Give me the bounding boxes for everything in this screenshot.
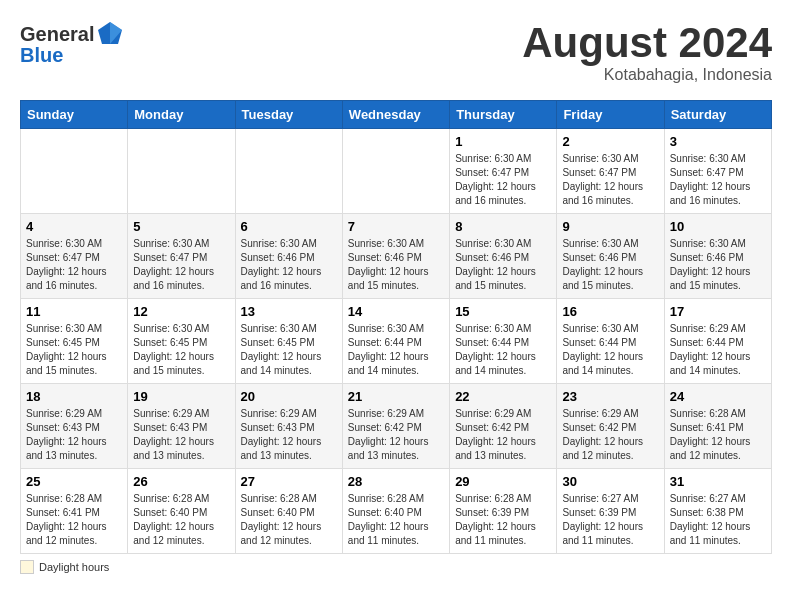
week-row-4: 18Sunrise: 6:29 AM Sunset: 6:43 PM Dayli… [21, 384, 772, 469]
day-info: Sunrise: 6:29 AM Sunset: 6:42 PM Dayligh… [348, 407, 444, 463]
day-info: Sunrise: 6:29 AM Sunset: 6:42 PM Dayligh… [455, 407, 551, 463]
day-info: Sunrise: 6:30 AM Sunset: 6:45 PM Dayligh… [241, 322, 337, 378]
day-cell: 30Sunrise: 6:27 AM Sunset: 6:39 PM Dayli… [557, 469, 664, 554]
day-info: Sunrise: 6:29 AM Sunset: 6:43 PM Dayligh… [133, 407, 229, 463]
day-number: 11 [26, 304, 122, 319]
daylight-legend: Daylight hours [20, 560, 109, 574]
week-row-1: 1Sunrise: 6:30 AM Sunset: 6:47 PM Daylig… [21, 129, 772, 214]
day-info: Sunrise: 6:30 AM Sunset: 6:47 PM Dayligh… [670, 152, 766, 208]
logo: General Blue [20, 20, 124, 67]
day-cell: 20Sunrise: 6:29 AM Sunset: 6:43 PM Dayli… [235, 384, 342, 469]
day-number: 8 [455, 219, 551, 234]
day-cell: 16Sunrise: 6:30 AM Sunset: 6:44 PM Dayli… [557, 299, 664, 384]
day-number: 10 [670, 219, 766, 234]
col-header-monday: Monday [128, 101, 235, 129]
day-info: Sunrise: 6:30 AM Sunset: 6:44 PM Dayligh… [455, 322, 551, 378]
day-cell: 17Sunrise: 6:29 AM Sunset: 6:44 PM Dayli… [664, 299, 771, 384]
day-cell: 11Sunrise: 6:30 AM Sunset: 6:45 PM Dayli… [21, 299, 128, 384]
col-header-saturday: Saturday [664, 101, 771, 129]
day-info: Sunrise: 6:28 AM Sunset: 6:41 PM Dayligh… [670, 407, 766, 463]
col-header-thursday: Thursday [450, 101, 557, 129]
day-cell: 26Sunrise: 6:28 AM Sunset: 6:40 PM Dayli… [128, 469, 235, 554]
day-number: 3 [670, 134, 766, 149]
day-info: Sunrise: 6:30 AM Sunset: 6:47 PM Dayligh… [26, 237, 122, 293]
logo-icon [96, 20, 124, 48]
location-subtitle: Kotabahagia, Indonesia [522, 66, 772, 84]
day-cell: 19Sunrise: 6:29 AM Sunset: 6:43 PM Dayli… [128, 384, 235, 469]
day-cell [21, 129, 128, 214]
day-cell: 9Sunrise: 6:30 AM Sunset: 6:46 PM Daylig… [557, 214, 664, 299]
day-cell: 13Sunrise: 6:30 AM Sunset: 6:45 PM Dayli… [235, 299, 342, 384]
day-number: 27 [241, 474, 337, 489]
day-number: 24 [670, 389, 766, 404]
day-info: Sunrise: 6:28 AM Sunset: 6:40 PM Dayligh… [241, 492, 337, 548]
col-header-tuesday: Tuesday [235, 101, 342, 129]
day-info: Sunrise: 6:27 AM Sunset: 6:39 PM Dayligh… [562, 492, 658, 548]
day-number: 16 [562, 304, 658, 319]
day-info: Sunrise: 6:30 AM Sunset: 6:46 PM Dayligh… [348, 237, 444, 293]
day-info: Sunrise: 6:30 AM Sunset: 6:47 PM Dayligh… [455, 152, 551, 208]
day-info: Sunrise: 6:30 AM Sunset: 6:46 PM Dayligh… [455, 237, 551, 293]
day-info: Sunrise: 6:30 AM Sunset: 6:45 PM Dayligh… [133, 322, 229, 378]
day-cell: 23Sunrise: 6:29 AM Sunset: 6:42 PM Dayli… [557, 384, 664, 469]
calendar-table: SundayMondayTuesdayWednesdayThursdayFrid… [20, 100, 772, 554]
day-info: Sunrise: 6:28 AM Sunset: 6:39 PM Dayligh… [455, 492, 551, 548]
day-number: 29 [455, 474, 551, 489]
day-number: 20 [241, 389, 337, 404]
day-info: Sunrise: 6:29 AM Sunset: 6:44 PM Dayligh… [670, 322, 766, 378]
day-cell [235, 129, 342, 214]
day-info: Sunrise: 6:30 AM Sunset: 6:44 PM Dayligh… [348, 322, 444, 378]
day-info: Sunrise: 6:29 AM Sunset: 6:43 PM Dayligh… [26, 407, 122, 463]
day-info: Sunrise: 6:30 AM Sunset: 6:45 PM Dayligh… [26, 322, 122, 378]
day-number: 2 [562, 134, 658, 149]
day-number: 30 [562, 474, 658, 489]
day-number: 19 [133, 389, 229, 404]
day-number: 17 [670, 304, 766, 319]
month-year-title: August 2024 [522, 20, 772, 66]
day-cell: 10Sunrise: 6:30 AM Sunset: 6:46 PM Dayli… [664, 214, 771, 299]
day-number: 12 [133, 304, 229, 319]
week-row-3: 11Sunrise: 6:30 AM Sunset: 6:45 PM Dayli… [21, 299, 772, 384]
day-number: 4 [26, 219, 122, 234]
day-info: Sunrise: 6:30 AM Sunset: 6:47 PM Dayligh… [133, 237, 229, 293]
day-cell: 2Sunrise: 6:30 AM Sunset: 6:47 PM Daylig… [557, 129, 664, 214]
day-cell: 7Sunrise: 6:30 AM Sunset: 6:46 PM Daylig… [342, 214, 449, 299]
day-cell: 24Sunrise: 6:28 AM Sunset: 6:41 PM Dayli… [664, 384, 771, 469]
day-cell [128, 129, 235, 214]
day-cell: 22Sunrise: 6:29 AM Sunset: 6:42 PM Dayli… [450, 384, 557, 469]
footer-bar: Daylight hours [20, 560, 772, 574]
day-number: 15 [455, 304, 551, 319]
daylight-color-box [20, 560, 34, 574]
col-header-wednesday: Wednesday [342, 101, 449, 129]
day-info: Sunrise: 6:30 AM Sunset: 6:46 PM Dayligh… [241, 237, 337, 293]
day-info: Sunrise: 6:30 AM Sunset: 6:44 PM Dayligh… [562, 322, 658, 378]
day-cell: 25Sunrise: 6:28 AM Sunset: 6:41 PM Dayli… [21, 469, 128, 554]
day-info: Sunrise: 6:30 AM Sunset: 6:47 PM Dayligh… [562, 152, 658, 208]
day-number: 21 [348, 389, 444, 404]
week-row-5: 25Sunrise: 6:28 AM Sunset: 6:41 PM Dayli… [21, 469, 772, 554]
logo-general: General [20, 23, 94, 46]
day-number: 26 [133, 474, 229, 489]
day-number: 6 [241, 219, 337, 234]
day-info: Sunrise: 6:29 AM Sunset: 6:43 PM Dayligh… [241, 407, 337, 463]
day-number: 7 [348, 219, 444, 234]
title-section: August 2024 Kotabahagia, Indonesia [522, 20, 772, 84]
day-info: Sunrise: 6:28 AM Sunset: 6:40 PM Dayligh… [348, 492, 444, 548]
day-cell [342, 129, 449, 214]
day-cell: 12Sunrise: 6:30 AM Sunset: 6:45 PM Dayli… [128, 299, 235, 384]
day-info: Sunrise: 6:27 AM Sunset: 6:38 PM Dayligh… [670, 492, 766, 548]
day-info: Sunrise: 6:29 AM Sunset: 6:42 PM Dayligh… [562, 407, 658, 463]
header-row: SundayMondayTuesdayWednesdayThursdayFrid… [21, 101, 772, 129]
daylight-label: Daylight hours [39, 561, 109, 573]
day-cell: 31Sunrise: 6:27 AM Sunset: 6:38 PM Dayli… [664, 469, 771, 554]
day-number: 28 [348, 474, 444, 489]
day-number: 5 [133, 219, 229, 234]
day-number: 9 [562, 219, 658, 234]
day-cell: 18Sunrise: 6:29 AM Sunset: 6:43 PM Dayli… [21, 384, 128, 469]
day-number: 1 [455, 134, 551, 149]
day-cell: 14Sunrise: 6:30 AM Sunset: 6:44 PM Dayli… [342, 299, 449, 384]
col-header-sunday: Sunday [21, 101, 128, 129]
day-number: 31 [670, 474, 766, 489]
day-cell: 5Sunrise: 6:30 AM Sunset: 6:47 PM Daylig… [128, 214, 235, 299]
day-number: 14 [348, 304, 444, 319]
